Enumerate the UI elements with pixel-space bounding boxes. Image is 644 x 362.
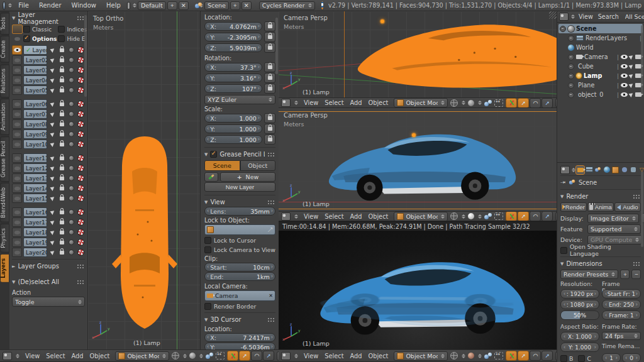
render-border-checkbox[interactable] (204, 303, 211, 310)
expand-toggle[interactable] (568, 63, 574, 70)
spin-left[interactable]: ‹ (207, 116, 209, 121)
lamp-object-dot[interactable] (412, 133, 416, 137)
selectability-toggle[interactable] (629, 73, 635, 79)
layer-wire-toggle[interactable] (77, 229, 85, 236)
layer-groups-header[interactable]: ►Layer Groups (12, 261, 85, 271)
frame-end-field[interactable]: ‹End: 250› (602, 300, 641, 309)
layer-name-field[interactable]: Layer14 (23, 184, 47, 193)
lock-button[interactable] (264, 113, 275, 123)
layer-lock-button[interactable] (58, 251, 66, 255)
layer-wire-toggle[interactable] (77, 249, 85, 256)
clear-camera-button[interactable]: ✕ (269, 293, 273, 299)
layer-wire-toggle[interactable] (77, 131, 85, 138)
manipulator-scale-button[interactable]: ➚ (541, 351, 553, 361)
add-layout-button[interactable]: + (167, 1, 177, 10)
layer-render-toggle[interactable] (67, 77, 75, 83)
menu-item[interactable]: Object (365, 213, 391, 220)
layer-visibility-toggle[interactable] (12, 228, 22, 237)
layer-wire-toggle[interactable] (77, 239, 85, 246)
render-presets-dropdown[interactable]: Render Presets (560, 270, 618, 279)
toolshelf-tab[interactable]: Physics (0, 224, 9, 253)
outliner-row[interactable]: Cube | (558, 62, 643, 71)
layer-select-button[interactable] (48, 186, 57, 190)
manipulator-axis-button[interactable] (227, 351, 238, 361)
visibility-toggle[interactable] (621, 83, 628, 87)
tab-render[interactable] (576, 166, 584, 174)
lock-camera-checkbox[interactable] (204, 246, 211, 253)
pivot-point-icon[interactable] (172, 352, 179, 359)
layer-visibility-toggle[interactable] (12, 217, 22, 227)
local-camera-dropdown[interactable]: Camera ✕ (204, 290, 275, 301)
layer-render-toggle[interactable] (67, 229, 75, 235)
layer-render-toggle[interactable] (67, 131, 75, 137)
menu-item[interactable]: View (22, 353, 43, 359)
layer-lock-button[interactable] (58, 197, 66, 200)
layer-select-button[interactable] (48, 142, 57, 146)
layer-select-button[interactable] (48, 78, 57, 82)
manipulator-translate-button[interactable]: ➚ (518, 351, 529, 361)
spin-right[interactable]: › (258, 137, 260, 142)
menu-item[interactable]: Add (347, 213, 365, 220)
menu-item[interactable]: Add (347, 353, 365, 359)
clip-field[interactable]: ‹ End: 1km › (204, 272, 275, 281)
visibility-toggle[interactable] (621, 55, 628, 59)
viewport-camera-middle[interactable]: Camera Persp Meters (1) Lamp (279, 108, 557, 211)
res-x-field[interactable]: ‹: 1920 px› (560, 289, 599, 299)
layer-name-field[interactable]: Layer07 (23, 109, 47, 119)
expand-toggle[interactable] (560, 26, 566, 32)
layer-name-field[interactable]: Layer17 (23, 217, 47, 227)
layer-wire-toggle[interactable] (77, 209, 85, 216)
expand-toggle[interactable] (568, 73, 574, 79)
editor-type-icon[interactable] (3, 352, 12, 360)
layer-wire-toggle[interactable] (77, 165, 85, 172)
snap-icon[interactable] (216, 352, 225, 359)
editor-type-icon[interactable] (281, 352, 291, 360)
layer-wire-toggle[interactable] (77, 219, 85, 226)
spin-right[interactable]: › (258, 35, 260, 40)
snap-icon[interactable] (494, 212, 503, 220)
layer-render-toggle[interactable] (67, 57, 75, 63)
expand-toggle[interactable] (568, 54, 574, 60)
layer-name-field[interactable]: Layer11 (23, 153, 47, 163)
layer-visibility-toggle[interactable] (12, 140, 22, 149)
layer-name-field[interactable]: Layer12 (23, 163, 47, 173)
selectability-toggle[interactable] (629, 92, 635, 97)
layer-select-button[interactable] (48, 48, 57, 52)
viewport-shading-icon[interactable] (189, 353, 196, 359)
layer-visibility-toggle[interactable] (12, 207, 22, 217)
layer-render-toggle[interactable] (67, 141, 75, 147)
lock-button[interactable] (264, 43, 275, 53)
manipulator-axis-button[interactable] (506, 351, 517, 361)
view-panel-header[interactable]: ▼View (204, 197, 275, 207)
editor-spinner[interactable] (16, 354, 19, 358)
spin-right[interactable]: › (258, 86, 260, 91)
info-editor-icon[interactable] (3, 1, 6, 10)
layer-render-toggle[interactable] (67, 219, 75, 225)
layout-selector[interactable]: Default (138, 1, 166, 10)
aspect-y-field[interactable]: ‹Y: 1.000› (560, 343, 599, 352)
number-field[interactable]: ‹ X: 1.000 › (204, 114, 262, 123)
layer-name-field[interactable]: Layer10 (23, 140, 47, 149)
proportional-edit-icon[interactable] (484, 100, 492, 106)
outliner-row[interactable]: Lamp | (558, 71, 643, 80)
layer-lock-button[interactable] (58, 89, 66, 92)
resolution-percentage-slider[interactable]: 50% (560, 310, 599, 320)
screen-layout-icon[interactable] (127, 2, 130, 9)
selectability-toggle[interactable] (629, 82, 635, 88)
tab-world[interactable] (602, 166, 611, 174)
scrollbar[interactable] (641, 25, 643, 94)
layer-wire-toggle[interactable] (77, 141, 85, 148)
editor-type-icon[interactable] (281, 212, 291, 221)
spin-left[interactable]: ‹ (207, 45, 209, 50)
layer-lock-button[interactable] (58, 241, 66, 244)
lock-button[interactable] (264, 21, 275, 31)
layer-select-button[interactable] (48, 166, 57, 170)
layer-visibility-toggle[interactable] (12, 85, 22, 95)
number-field[interactable]: ‹ Y: 1.000 › (204, 124, 262, 133)
mode-dropdown[interactable]: Object Mode (394, 212, 448, 221)
layer-select-button[interactable] (48, 156, 57, 160)
layer-name-field[interactable]: Layer18 (23, 228, 47, 237)
expand-toggle[interactable] (568, 35, 574, 41)
layer-visibility-toggle[interactable] (12, 173, 22, 183)
clip-field[interactable]: ‹ Start: 10cm › (204, 263, 275, 272)
